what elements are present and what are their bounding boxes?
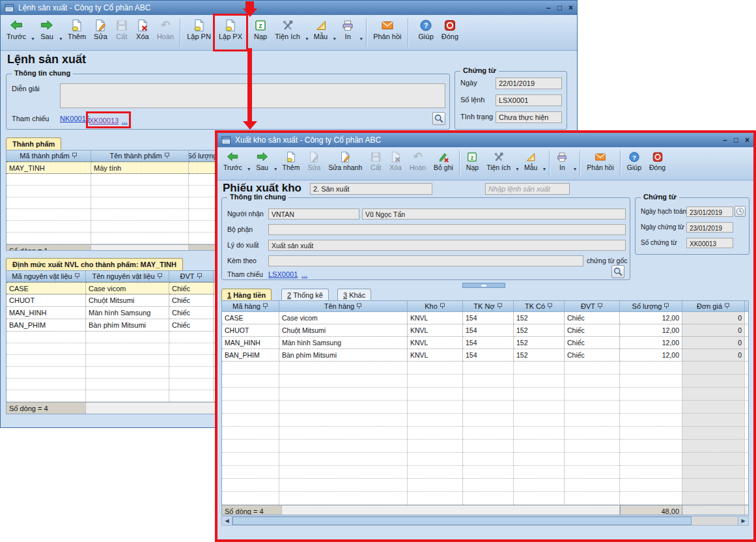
print-dropdown-icon[interactable]: ▼: [572, 167, 578, 171]
attachment-input[interactable]: [268, 255, 583, 266]
help-button[interactable]: ? Giúp: [415, 16, 438, 50]
lap-pn-button[interactable]: Lập PN: [183, 16, 215, 50]
column-header[interactable]: Tên hàng: [279, 301, 408, 312]
scrollbar-track[interactable]: [692, 517, 738, 525]
tab-khac[interactable]: 3Khác: [337, 289, 371, 300]
forward-button[interactable]: Sau: [252, 148, 273, 179]
save-button[interactable]: Cất: [111, 16, 132, 50]
grid-row[interactable]: CHUOT Chuột Mitsumi KNVL 154 152 Chiếc 1…: [222, 324, 748, 337]
grid-row[interactable]: CASE Case vicom KNVL 154 152 Chiếc 12,00…: [222, 312, 748, 324]
feedback-button[interactable]: Phản hồi: [583, 148, 617, 179]
posting-date-input[interactable]: 23/01/2019: [686, 207, 733, 217]
forward-button[interactable]: Sau: [36, 16, 58, 50]
undo-button[interactable]: ↶ Hoàn: [406, 148, 430, 179]
close-button[interactable]: ×: [568, 1, 573, 15]
quick-edit-button[interactable]: Sửa nhanh: [324, 148, 366, 179]
undo-button[interactable]: ↶ Hoàn: [153, 16, 178, 50]
export-type-select[interactable]: 2. Sản xuất: [310, 183, 432, 195]
cell-code[interactable]: MAY_TINH: [7, 162, 91, 174]
table-row[interactable]: CHUOT Chuột Mitsumi Chiếc: [7, 294, 215, 307]
splitter-handle[interactable]: [462, 283, 505, 288]
back-button[interactable]: Trước: [219, 148, 246, 179]
tab-thanh-pham[interactable]: Thành phẩm: [6, 137, 61, 150]
edit-button[interactable]: Sửa: [303, 148, 324, 179]
column-header[interactable]: Kho: [408, 301, 463, 312]
reference-search-button[interactable]: [611, 265, 624, 278]
template-dropdown-icon[interactable]: ▼: [541, 167, 547, 171]
delete-button[interactable]: Xóa: [132, 16, 153, 50]
reference-link[interactable]: LSX0001: [268, 270, 298, 278]
table-row[interactable]: BAN_PHIM Bàn phím Mitsumi Chiếc: [7, 319, 215, 332]
utilities-button[interactable]: Tiện ích: [271, 16, 304, 50]
column-header[interactable]: Mã nguyên vật liệu: [7, 271, 86, 282]
save-button[interactable]: Cất: [366, 148, 385, 179]
feedback-button[interactable]: Phản hồi: [369, 16, 405, 50]
edit-button[interactable]: Sửa: [90, 16, 111, 50]
tab-hang-tien[interactable]: 1Hàng tiền: [221, 289, 272, 300]
cancel-post-button[interactable]: Bỏ ghi: [430, 148, 457, 179]
column-header[interactable]: Số lượng: [620, 301, 682, 312]
titlebar[interactable]: Xuất kho sản xuất - Công ty Cổ phần ABC …: [217, 133, 753, 147]
back-dropdown-icon[interactable]: ▼: [246, 167, 252, 171]
cell-qty[interactable]: [189, 162, 216, 174]
column-header[interactable]: ĐVT: [565, 301, 620, 312]
reference-link-more[interactable]: ...: [122, 117, 128, 124]
receiver-name-input[interactable]: Vũ Ngọc Tấn: [362, 208, 626, 220]
template-button[interactable]: Mẫu: [310, 16, 331, 50]
close-app-button[interactable]: Đóng: [645, 148, 669, 179]
column-header[interactable]: Mã thành phẩm: [7, 150, 91, 162]
back-dropdown-icon[interactable]: ▼: [30, 36, 36, 41]
utilities-dropdown-icon[interactable]: ▼: [304, 36, 310, 41]
reference-more-link[interactable]: ...: [301, 270, 307, 278]
reference-link-xk[interactable]: XK00013: [89, 117, 119, 124]
minimize-button[interactable]: –: [723, 133, 727, 147]
column-header[interactable]: TK Nợ: [463, 301, 514, 312]
delete-button[interactable]: Xóa: [385, 148, 406, 179]
template-dropdown-icon[interactable]: ▼: [331, 36, 337, 41]
forward-dropdown-icon[interactable]: ▼: [58, 36, 64, 41]
reason-input[interactable]: Xuất sản xuất: [268, 240, 626, 251]
utilities-dropdown-icon[interactable]: ▼: [514, 167, 520, 171]
print-dropdown-icon[interactable]: ▼: [358, 36, 364, 41]
minimize-button[interactable]: –: [546, 1, 551, 15]
maximize-button[interactable]: □: [734, 133, 738, 147]
reference-search-button[interactable]: [432, 112, 445, 125]
calendar-button[interactable]: [735, 206, 746, 217]
lap-px-button[interactable]: Lập PX: [215, 16, 246, 50]
column-header[interactable]: Số lượng: [189, 150, 216, 162]
description-input[interactable]: [60, 83, 445, 108]
table-row[interactable]: CASE Case vicom Chiếc: [7, 282, 215, 294]
help-button[interactable]: ? Giúp: [623, 148, 645, 179]
order-no-input[interactable]: LSX0001: [496, 94, 562, 106]
cell-name[interactable]: Máy tính: [91, 162, 189, 174]
department-input[interactable]: [268, 224, 626, 235]
scrollbar-thumb[interactable]: [232, 517, 692, 525]
grid-row[interactable]: MAN_HINH Màn hình Samsung KNVL 154 152 C…: [222, 337, 748, 349]
date-input[interactable]: 22/01/2019: [496, 78, 562, 89]
grid-row[interactable]: BAN_PHIM Bàn phím Mitsumi KNVL 154 152 C…: [222, 349, 748, 362]
horizontal-scrollbar[interactable]: ◀ ▶: [221, 516, 749, 526]
titlebar[interactable]: Lệnh sản xuất - Công ty Cổ phần ABC – □ …: [1, 1, 577, 15]
template-button[interactable]: Mẫu: [520, 148, 541, 179]
reference-link-nk[interactable]: NK00015: [60, 115, 90, 122]
doc-no-input[interactable]: XK00013: [686, 238, 733, 248]
tab-thong-ke[interactable]: 2Thống kê: [281, 289, 329, 300]
utilities-button[interactable]: Tiện ích: [483, 148, 514, 179]
add-button[interactable]: Thêm: [279, 148, 304, 179]
back-button[interactable]: Trước: [3, 16, 30, 50]
doc-date-input[interactable]: 23/01/2019: [686, 222, 733, 233]
load-button[interactable]: z Nạp: [462, 148, 483, 179]
close-button[interactable]: ×: [745, 133, 749, 147]
column-header[interactable]: Tên nguyên vật liệu: [86, 271, 169, 282]
column-header[interactable]: ĐVT: [169, 271, 214, 282]
forward-dropdown-icon[interactable]: ▼: [273, 167, 279, 171]
table-row[interactable]: MAY_TINH Máy tính: [7, 162, 215, 174]
maximize-button[interactable]: □: [557, 1, 562, 15]
column-header[interactable]: Mã hàng: [222, 301, 279, 312]
column-header[interactable]: TK Có: [514, 301, 565, 312]
column-header[interactable]: Tên thành phẩm: [91, 150, 189, 162]
print-button[interactable]: In: [337, 16, 358, 50]
order-search-input[interactable]: Nhập lệnh sản xuất: [485, 183, 570, 195]
tab-dinh-muc-nvl[interactable]: Định mức xuất NVL cho thành phẩm: MAY_TI…: [6, 258, 183, 270]
add-button[interactable]: Thêm: [64, 16, 90, 50]
